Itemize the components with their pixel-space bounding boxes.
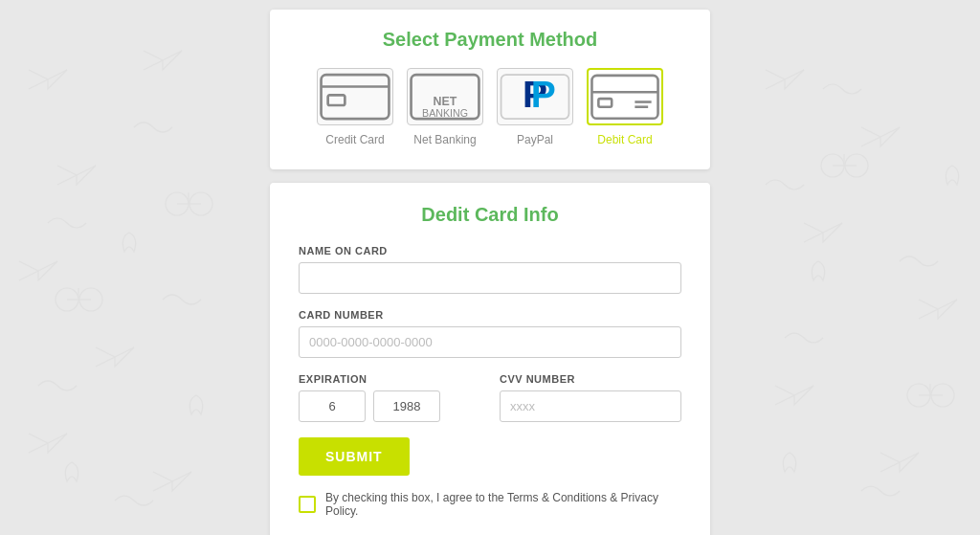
expiry-month-input[interactable]	[299, 390, 366, 422]
payment-method-net-banking[interactable]: NET BANKING Net Banking	[407, 68, 483, 146]
expiry-inputs-container	[299, 390, 480, 422]
credit-card-icon-box	[317, 68, 393, 125]
terms-text: By checking this box, I agree to the Ter…	[325, 491, 681, 518]
debit-card-icon-box	[587, 68, 663, 125]
paypal-label: PayPal	[517, 133, 553, 146]
expiration-group: EXPIRATION	[299, 373, 480, 422]
net-banking-icon-box: NET BANKING	[407, 68, 483, 125]
debit-card-label: Debit Card	[597, 133, 652, 146]
net-banking-label: Net Banking	[413, 133, 476, 146]
svg-text:BANKING: BANKING	[422, 107, 468, 119]
terms-row: By checking this box, I agree to the Ter…	[299, 491, 681, 518]
card-number-label: CARD NUMBER	[299, 309, 681, 321]
name-on-card-label: NAME ON CARD	[299, 245, 681, 256]
expiry-cvv-row: EXPIRATION CVV NUMBER	[299, 373, 681, 422]
expiration-label: EXPIRATION	[299, 373, 480, 385]
payment-methods-container: Credit Card NET BANKING Net Banking	[299, 68, 681, 146]
svg-rect-16	[322, 75, 390, 119]
payment-method-credit-card[interactable]: Credit Card	[317, 68, 393, 146]
name-on-card-input[interactable]	[299, 262, 681, 294]
card-number-input[interactable]	[299, 326, 681, 358]
svg-rect-27	[598, 99, 612, 107]
svg-rect-25	[591, 76, 657, 119]
paypal-icon-box: P P	[497, 68, 573, 125]
svg-rect-18	[328, 95, 345, 105]
card-number-group: CARD NUMBER	[299, 309, 681, 358]
page-content: Select Payment Method Credit Card	[0, 0, 980, 535]
credit-card-label: Credit Card	[325, 133, 384, 146]
card-info-title: Dedit Card Info	[299, 204, 681, 226]
select-payment-title: Select Payment Method	[299, 29, 681, 51]
expiry-year-input[interactable]	[373, 390, 440, 422]
svg-text:P: P	[531, 74, 556, 115]
payment-method-paypal[interactable]: P P PayPal	[497, 68, 573, 146]
cvv-input[interactable]	[500, 390, 681, 422]
terms-checkbox[interactable]	[299, 496, 316, 513]
svg-text:NET: NET	[434, 95, 457, 108]
name-on-card-group: NAME ON CARD	[299, 245, 681, 294]
payment-method-debit-card[interactable]: Debit Card	[587, 68, 663, 146]
submit-button[interactable]: SUBMIT	[299, 437, 410, 476]
payment-select-card: Select Payment Method Credit Card	[270, 10, 710, 169]
cvv-label: CVV NUMBER	[500, 373, 681, 385]
cvv-group: CVV NUMBER	[500, 373, 681, 422]
card-info-card: Dedit Card Info NAME ON CARD CARD NUMBER…	[270, 183, 710, 535]
